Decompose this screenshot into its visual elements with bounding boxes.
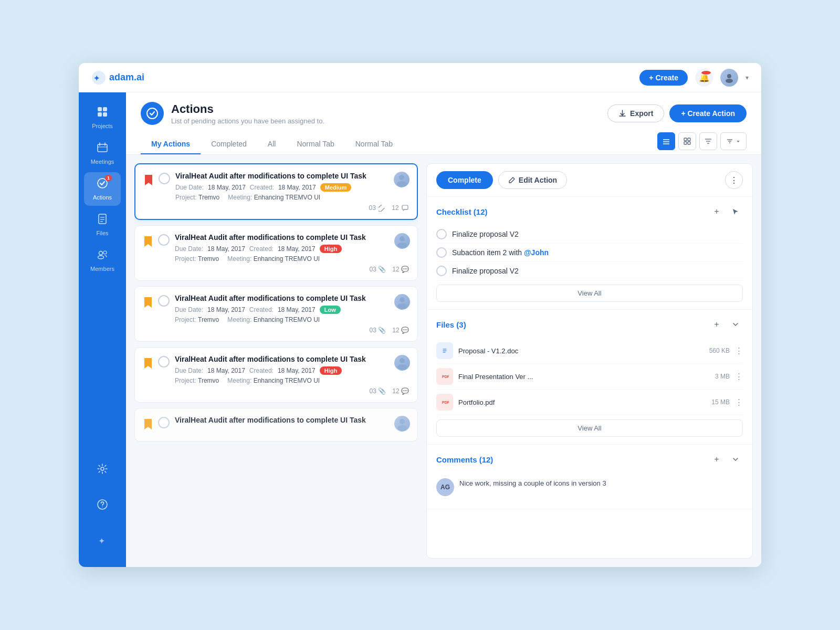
action-info: ViralHeat Audit after modifications to c… [175,355,409,395]
priority-flag-orange [143,418,153,434]
svg-rect-5 [103,107,107,111]
sort-button[interactable] [720,132,747,150]
comment-count: 12 💬 [392,327,409,334]
sidebar-label-meetings: Meetings [91,159,114,165]
action-checkbox[interactable] [159,173,170,184]
nav-chevron-icon[interactable]: ▾ [746,74,749,81]
files-title: Files (3) [436,320,466,329]
action-card[interactable]: ViralHeat Audit after modifications to c… [134,163,418,220]
action-checkbox[interactable] [158,417,170,428]
filter-button[interactable] [699,132,717,150]
file-more-button[interactable]: ⋮ [735,372,743,381]
view-all-checklist-button[interactable]: View All [436,285,743,302]
action-footer: 03 📎 12 💬 [175,266,409,273]
section-header: Checklist (12) + [436,204,743,219]
more-options-button[interactable]: ⋮ [725,171,743,189]
view-all-files-button[interactable]: View All [436,419,743,437]
file-icon-doc [436,342,453,359]
files-icon [97,213,108,228]
action-list: ViralHeat Audit after modifications to c… [134,163,418,559]
svg-point-18 [98,256,104,259]
file-size: 3 MB [715,373,730,380]
svg-point-22 [102,507,103,508]
svg-point-3 [726,79,733,83]
add-comment-button[interactable]: + [709,452,724,467]
file-icon-pdf: PDF [436,394,453,411]
action-card[interactable]: ViralHeat Audit after modifications to c… [134,286,418,342]
action-checkbox[interactable] [158,234,170,246]
svg-point-44 [397,303,407,309]
list-view-button[interactable] [657,132,675,150]
action-title: ViralHeat Audit after modifications to c… [175,172,408,180]
checklist-checkbox[interactable] [436,266,447,276]
nav-actions: + Create 🔔 ▾ [639,69,749,87]
tab-normal-2[interactable]: Normal Tab [345,134,403,154]
sidebar-item-projects[interactable]: Projects [84,101,121,134]
files-section: Files (3) + Pr [427,310,752,445]
collapse-files-button[interactable] [728,317,743,332]
user-avatar[interactable] [720,69,738,87]
grid-view-button[interactable] [678,132,696,150]
attachment-count: 03 📎 [370,266,386,273]
priority-badge: High [320,366,342,375]
attachment-count: 03 📎 [370,387,386,395]
page-title-wrap: Actions List of pending actions you have… [141,102,324,125]
sidebar-item-actions[interactable]: 1 Actions [84,172,121,206]
action-checkbox[interactable] [158,295,170,307]
tabs: My Actions Completed All Normal Tab Norm… [141,132,747,154]
file-name: Proposal - V1.2.doc [458,347,704,355]
main-layout: Projects Meetings 1 Actions Files [79,92,761,567]
checklist-checkbox[interactable] [436,247,447,258]
action-footer: 03 12 [175,204,408,212]
tab-completed[interactable]: Completed [201,134,257,154]
sidebar-item-meetings[interactable]: Meetings [84,136,121,170]
notification-bell[interactable]: 🔔 [695,69,713,87]
checklist-item: Finalize proposal V2 [436,262,743,280]
add-checklist-button[interactable]: + [709,204,724,219]
action-meta-row2: Project: Tremvo Meeting: Enhancing TREMV… [175,194,408,201]
action-meta: Due Date: 18 May, 2017 Created: 18 May, … [175,183,408,192]
svg-point-40 [397,181,406,186]
tab-normal-1[interactable]: Normal Tab [286,134,344,154]
sidebar-item-settings[interactable] [84,454,121,487]
collapse-comments-button[interactable] [728,452,743,467]
tab-my-actions[interactable]: My Actions [141,134,201,154]
logo[interactable]: ✦ adam.ai [91,70,144,85]
help-icon [97,499,108,513]
sidebar-item-help[interactable] [84,489,121,523]
complete-button[interactable]: Complete [436,171,493,189]
action-avatar [394,233,410,249]
top-nav: ✦ adam.ai + Create 🔔 ▾ [79,63,761,92]
file-more-button[interactable]: ⋮ [735,397,743,407]
action-checkbox[interactable] [158,356,170,368]
sidebar-label-projects: Projects [92,123,113,129]
export-button[interactable]: Export [607,104,664,122]
svg-point-19 [103,251,107,254]
sidebar-item-members[interactable]: Members [84,244,121,277]
file-more-button[interactable]: ⋮ [735,346,743,355]
action-card[interactable]: ViralHeat Audit after modifications to c… [134,408,418,442]
edit-action-button[interactable]: Edit Action [498,171,567,189]
detail-toolbar: Complete Edit Action ⋮ [427,164,752,197]
comment-text: Nice work, missing a couple of icons in … [459,478,606,489]
top-create-button[interactable]: + Create [639,70,688,86]
svg-text:✦: ✦ [98,537,105,545]
sidebar-label-members: Members [90,266,114,272]
action-card[interactable]: ViralHeat Audit after modifications to c… [134,225,418,281]
create-action-button[interactable]: + Create Action [669,104,747,122]
page-header: Actions List of pending actions you have… [126,92,761,155]
projects-icon [97,106,108,121]
action-footer: 03 📎 12 💬 [175,387,409,395]
sidebar-item-files[interactable]: Files [84,208,121,242]
tab-all[interactable]: All [257,134,287,154]
checklist-checkbox[interactable] [436,229,447,239]
action-card[interactable]: ViralHeat Audit after modifications to c… [134,347,418,403]
comment-avatar: AG [436,478,454,496]
priority-badge: Medium [320,183,352,192]
page-icon [141,102,164,125]
section-header: Files (3) + [436,317,743,332]
meetings-icon [97,142,108,156]
add-file-button[interactable]: + [709,317,724,332]
svg-rect-28 [684,138,687,141]
svg-rect-31 [688,142,690,144]
